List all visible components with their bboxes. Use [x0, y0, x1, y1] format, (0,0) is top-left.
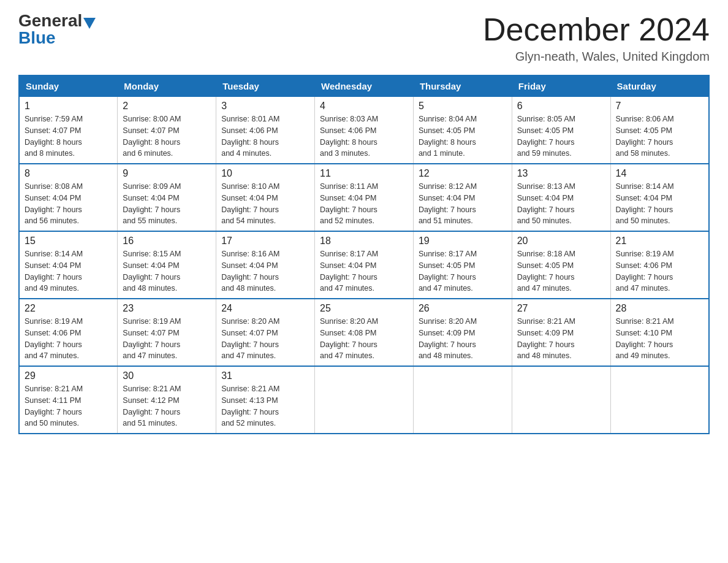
calendar-cell [512, 366, 610, 434]
day-info: Sunrise: 8:21 AM Sunset: 4:13 PM Dayligh… [221, 383, 309, 429]
calendar-cell: 21Sunrise: 8:19 AM Sunset: 4:06 PM Dayli… [610, 231, 709, 299]
day-info: Sunrise: 8:19 AM Sunset: 4:06 PM Dayligh… [25, 316, 112, 362]
calendar-cell: 8Sunrise: 8:08 AM Sunset: 4:04 PM Daylig… [19, 164, 118, 231]
day-info: Sunrise: 8:17 AM Sunset: 4:04 PM Dayligh… [320, 248, 408, 294]
day-info: Sunrise: 8:17 AM Sunset: 4:05 PM Dayligh… [419, 248, 507, 294]
calendar-cell: 30Sunrise: 8:21 AM Sunset: 4:12 PM Dayli… [118, 366, 216, 434]
day-info: Sunrise: 7:59 AM Sunset: 4:07 PM Dayligh… [25, 113, 112, 159]
month-title: December 2024 [483, 12, 710, 47]
calendar-cell: 10Sunrise: 8:10 AM Sunset: 4:04 PM Dayli… [216, 164, 315, 231]
col-header-wednesday: Wednesday [315, 75, 414, 97]
logo-general-text: General [18, 12, 82, 29]
day-number: 15 [25, 236, 112, 247]
logo-triangle-icon [83, 18, 96, 29]
day-info: Sunrise: 8:14 AM Sunset: 4:04 PM Dayligh… [616, 181, 703, 227]
day-number: 8 [25, 168, 112, 179]
calendar-cell: 19Sunrise: 8:17 AM Sunset: 4:05 PM Dayli… [413, 231, 512, 299]
day-number: 24 [221, 303, 309, 314]
calendar-cell: 25Sunrise: 8:20 AM Sunset: 4:08 PM Dayli… [315, 299, 414, 366]
day-number: 22 [25, 303, 112, 314]
week-row-2: 8Sunrise: 8:08 AM Sunset: 4:04 PM Daylig… [19, 164, 709, 231]
week-row-5: 29Sunrise: 8:21 AM Sunset: 4:11 PM Dayli… [19, 366, 709, 434]
day-number: 9 [123, 168, 211, 179]
day-info: Sunrise: 8:19 AM Sunset: 4:07 PM Dayligh… [123, 316, 211, 362]
page-header: General Blue December 2024 Glyn-neath, W… [18, 12, 710, 64]
day-info: Sunrise: 8:20 AM Sunset: 4:07 PM Dayligh… [221, 316, 309, 362]
day-info: Sunrise: 8:11 AM Sunset: 4:04 PM Dayligh… [320, 181, 408, 227]
calendar-cell: 24Sunrise: 8:20 AM Sunset: 4:07 PM Dayli… [216, 299, 315, 366]
day-info: Sunrise: 8:19 AM Sunset: 4:06 PM Dayligh… [616, 248, 703, 294]
day-number: 18 [320, 236, 408, 247]
calendar-cell: 28Sunrise: 8:21 AM Sunset: 4:10 PM Dayli… [610, 299, 709, 366]
day-info: Sunrise: 8:21 AM Sunset: 4:10 PM Dayligh… [616, 316, 703, 362]
calendar-cell: 2Sunrise: 8:00 AM Sunset: 4:07 PM Daylig… [118, 97, 216, 164]
col-header-friday: Friday [512, 75, 610, 97]
day-info: Sunrise: 8:18 AM Sunset: 4:05 PM Dayligh… [517, 248, 605, 294]
col-header-tuesday: Tuesday [216, 75, 315, 97]
day-number: 27 [517, 303, 605, 314]
day-info: Sunrise: 8:20 AM Sunset: 4:09 PM Dayligh… [419, 316, 507, 362]
day-number: 1 [25, 101, 112, 112]
day-info: Sunrise: 8:00 AM Sunset: 4:07 PM Dayligh… [123, 113, 211, 159]
calendar-cell: 22Sunrise: 8:19 AM Sunset: 4:06 PM Dayli… [19, 299, 118, 366]
day-number: 19 [419, 236, 507, 247]
calendar-cell: 6Sunrise: 8:05 AM Sunset: 4:05 PM Daylig… [512, 97, 610, 164]
day-number: 16 [123, 236, 211, 247]
day-info: Sunrise: 8:21 AM Sunset: 4:11 PM Dayligh… [25, 383, 112, 429]
day-number: 26 [419, 303, 507, 314]
week-row-3: 15Sunrise: 8:14 AM Sunset: 4:04 PM Dayli… [19, 231, 709, 299]
day-number: 4 [320, 101, 408, 112]
col-header-monday: Monday [118, 75, 216, 97]
day-number: 30 [123, 370, 211, 381]
day-info: Sunrise: 8:06 AM Sunset: 4:05 PM Dayligh… [616, 113, 703, 159]
header-row: SundayMondayTuesdayWednesdayThursdayFrid… [19, 75, 709, 97]
day-info: Sunrise: 8:13 AM Sunset: 4:04 PM Dayligh… [517, 181, 605, 227]
day-info: Sunrise: 8:09 AM Sunset: 4:04 PM Dayligh… [123, 181, 211, 227]
calendar-cell: 17Sunrise: 8:16 AM Sunset: 4:04 PM Dayli… [216, 231, 315, 299]
day-info: Sunrise: 8:14 AM Sunset: 4:04 PM Dayligh… [25, 248, 112, 294]
calendar-table: SundayMondayTuesdayWednesdayThursdayFrid… [18, 75, 710, 434]
day-number: 7 [616, 101, 703, 112]
calendar-cell: 29Sunrise: 8:21 AM Sunset: 4:11 PM Dayli… [19, 366, 118, 434]
calendar-cell: 11Sunrise: 8:11 AM Sunset: 4:04 PM Dayli… [315, 164, 414, 231]
day-number: 3 [221, 101, 309, 112]
day-number: 17 [221, 236, 309, 247]
day-info: Sunrise: 8:16 AM Sunset: 4:04 PM Dayligh… [221, 248, 309, 294]
day-number: 25 [320, 303, 408, 314]
title-section: December 2024 Glyn-neath, Wales, United … [483, 12, 710, 64]
col-header-sunday: Sunday [19, 75, 118, 97]
day-info: Sunrise: 8:04 AM Sunset: 4:05 PM Dayligh… [419, 113, 507, 159]
location-text: Glyn-neath, Wales, United Kingdom [483, 50, 710, 64]
day-info: Sunrise: 8:15 AM Sunset: 4:04 PM Dayligh… [123, 248, 211, 294]
calendar-cell: 15Sunrise: 8:14 AM Sunset: 4:04 PM Dayli… [19, 231, 118, 299]
day-number: 10 [221, 168, 309, 179]
day-number: 11 [320, 168, 408, 179]
day-number: 21 [616, 236, 703, 247]
day-info: Sunrise: 8:21 AM Sunset: 4:12 PM Dayligh… [123, 383, 211, 429]
calendar-cell: 3Sunrise: 8:01 AM Sunset: 4:06 PM Daylig… [216, 97, 315, 164]
calendar-cell: 1Sunrise: 7:59 AM Sunset: 4:07 PM Daylig… [19, 97, 118, 164]
calendar-cell: 18Sunrise: 8:17 AM Sunset: 4:04 PM Dayli… [315, 231, 414, 299]
calendar-cell: 14Sunrise: 8:14 AM Sunset: 4:04 PM Dayli… [610, 164, 709, 231]
day-info: Sunrise: 8:12 AM Sunset: 4:04 PM Dayligh… [419, 181, 507, 227]
day-number: 29 [25, 370, 112, 381]
calendar-cell [413, 366, 512, 434]
col-header-thursday: Thursday [413, 75, 512, 97]
calendar-cell [610, 366, 709, 434]
calendar-cell: 31Sunrise: 8:21 AM Sunset: 4:13 PM Dayli… [216, 366, 315, 434]
calendar-cell: 20Sunrise: 8:18 AM Sunset: 4:05 PM Dayli… [512, 231, 610, 299]
day-info: Sunrise: 8:20 AM Sunset: 4:08 PM Dayligh… [320, 316, 408, 362]
col-header-saturday: Saturday [610, 75, 709, 97]
day-number: 5 [419, 101, 507, 112]
day-number: 2 [123, 101, 211, 112]
day-number: 14 [616, 168, 703, 179]
calendar-cell: 13Sunrise: 8:13 AM Sunset: 4:04 PM Dayli… [512, 164, 610, 231]
day-info: Sunrise: 8:08 AM Sunset: 4:04 PM Dayligh… [25, 181, 112, 227]
day-number: 13 [517, 168, 605, 179]
calendar-cell: 16Sunrise: 8:15 AM Sunset: 4:04 PM Dayli… [118, 231, 216, 299]
calendar-cell: 7Sunrise: 8:06 AM Sunset: 4:05 PM Daylig… [610, 97, 709, 164]
calendar-cell: 9Sunrise: 8:09 AM Sunset: 4:04 PM Daylig… [118, 164, 216, 231]
week-row-1: 1Sunrise: 7:59 AM Sunset: 4:07 PM Daylig… [19, 97, 709, 164]
day-number: 6 [517, 101, 605, 112]
day-info: Sunrise: 8:03 AM Sunset: 4:06 PM Dayligh… [320, 113, 408, 159]
